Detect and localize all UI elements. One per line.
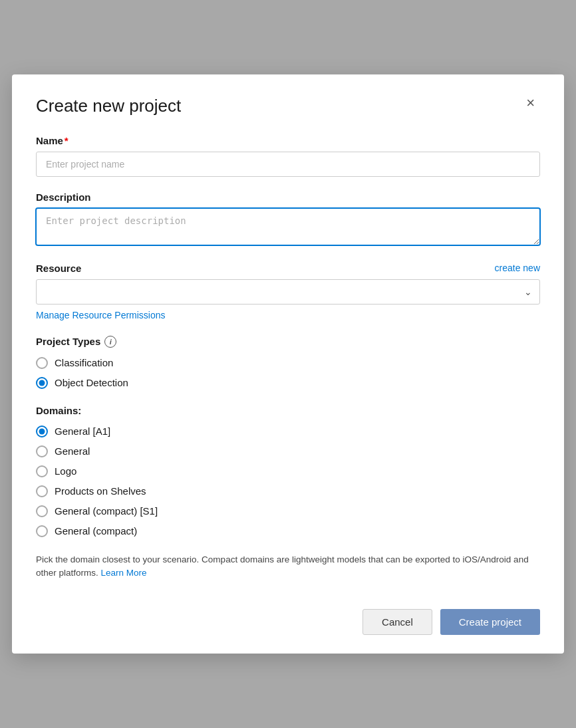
classification-label: Classification <box>55 357 113 368</box>
domain-products-radio[interactable] <box>36 485 48 497</box>
domain-logo[interactable]: Logo <box>36 465 540 477</box>
dialog-header: Create new project × <box>36 96 540 116</box>
object-detection-radio[interactable] <box>36 377 48 389</box>
resource-header: Resource create new <box>36 263 540 274</box>
domain-compact-s1-label: General (compact) [S1] <box>55 505 158 517</box>
required-star: * <box>65 135 69 146</box>
domain-general-compact[interactable]: General (compact) <box>36 525 540 537</box>
resource-field-group: Resource create new ⌄ Manage Resource Pe… <box>36 263 540 321</box>
dialog-footer: Cancel Create project <box>36 598 540 635</box>
description-field-group: Description <box>36 191 540 248</box>
resource-select[interactable] <box>36 279 540 304</box>
project-types-radio-group: Classification Object Detection <box>36 357 540 389</box>
domain-compact-radio[interactable] <box>36 525 48 537</box>
domains-title: Domains: <box>36 405 540 416</box>
domain-compact-label: General (compact) <box>55 525 137 537</box>
cancel-button[interactable]: Cancel <box>362 609 432 635</box>
domain-compact-s1-radio[interactable] <box>36 505 48 517</box>
domain-logo-label: Logo <box>55 465 76 477</box>
create-new-link[interactable]: create new <box>495 263 540 273</box>
resource-select-wrapper: ⌄ <box>36 279 540 304</box>
dialog-overlay: Create new project × Name* Description R… <box>0 0 576 728</box>
project-type-classification[interactable]: Classification <box>36 357 540 369</box>
learn-more-link[interactable]: Learn More <box>101 568 147 578</box>
description-label: Description <box>36 191 540 203</box>
project-types-info-icon: i <box>104 336 116 348</box>
manage-resource-permissions-link[interactable]: Manage Resource Permissions <box>36 310 166 320</box>
domain-general-radio[interactable] <box>36 445 48 457</box>
name-input[interactable] <box>36 152 540 177</box>
dialog-title: Create new project <box>36 96 181 116</box>
domain-general-label: General <box>55 445 90 457</box>
dialog: Create new project × Name* Description R… <box>12 74 564 654</box>
domain-general-compact-s1[interactable]: General (compact) [S1] <box>36 505 540 517</box>
help-text: Pick the domain closest to your scenario… <box>36 553 540 580</box>
classification-radio[interactable] <box>36 357 48 369</box>
close-button[interactable]: × <box>521 93 540 113</box>
name-field-group: Name* <box>36 135 540 177</box>
project-type-object-detection[interactable]: Object Detection <box>36 377 540 389</box>
domain-general[interactable]: General <box>36 445 540 457</box>
project-types-group: Project Types i Classification Object De… <box>36 336 540 389</box>
description-input[interactable] <box>36 208 540 245</box>
project-types-title: Project Types i <box>36 336 540 348</box>
domain-general-a1[interactable]: General [A1] <box>36 425 540 437</box>
object-detection-label: Object Detection <box>55 377 128 388</box>
domain-general-a1-label: General [A1] <box>55 425 110 437</box>
resource-label: Resource <box>36 263 81 274</box>
create-project-button[interactable]: Create project <box>440 609 540 635</box>
domain-products-on-shelves[interactable]: Products on Shelves <box>36 485 540 497</box>
domain-products-label: Products on Shelves <box>55 485 146 497</box>
domain-logo-radio[interactable] <box>36 465 48 477</box>
name-label: Name* <box>36 135 540 146</box>
domains-radio-group: General [A1] General Logo Products on Sh… <box>36 425 540 537</box>
domain-general-a1-radio[interactable] <box>36 425 48 437</box>
domains-section: Domains: General [A1] General Logo Produ… <box>36 405 540 537</box>
